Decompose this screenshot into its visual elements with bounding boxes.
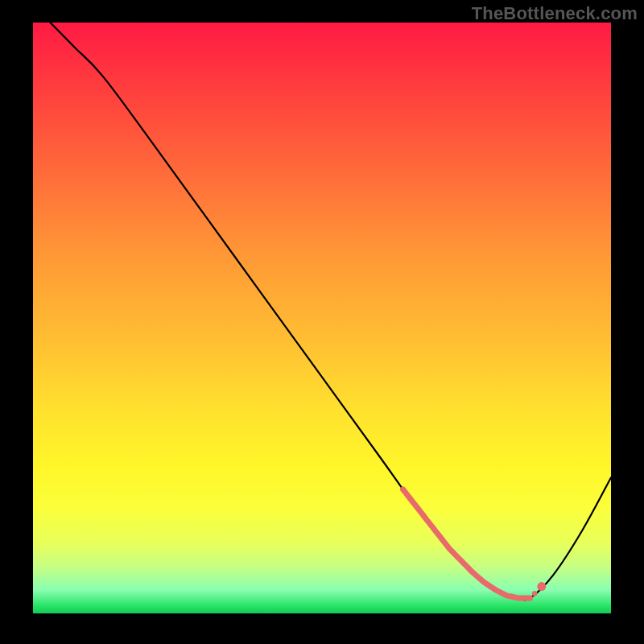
chart-frame: TheBottleneck.com [0, 0, 644, 644]
plot-area [33, 23, 611, 613]
highlight-marker-dot [537, 582, 546, 591]
bottleneck-curve [51, 23, 612, 600]
highlight-dashes [532, 591, 537, 596]
svg-point-0 [532, 591, 537, 596]
watermark-text: TheBottleneck.com [472, 3, 638, 24]
optimal-range-highlight [403, 489, 530, 598]
curve-svg [33, 23, 611, 613]
